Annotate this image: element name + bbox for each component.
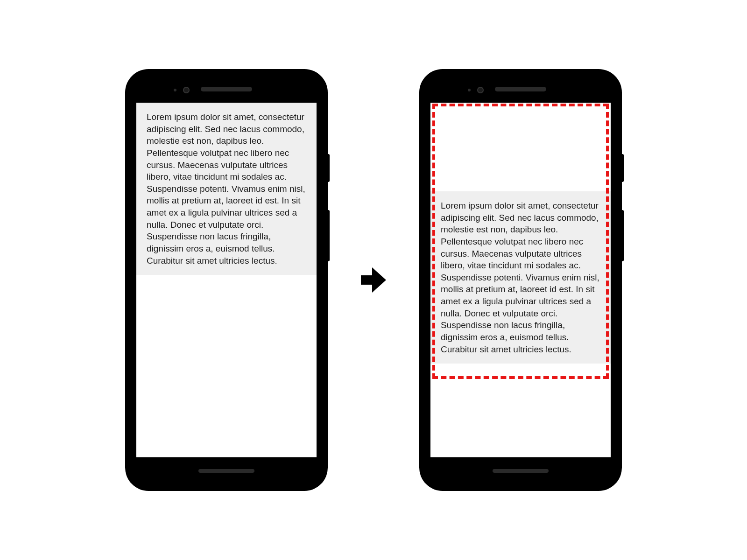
earpiece-speaker-icon: [201, 87, 252, 91]
content-text-block: Lorem ipsum dolor sit amet, consectetur …: [430, 191, 611, 364]
phone-bottom-bezel: [426, 457, 615, 484]
arrow-right-icon: [361, 267, 386, 293]
front-camera-icon: [183, 87, 190, 93]
transition-arrow: [355, 267, 392, 293]
phone-screen-before: Lorem ipsum dolor sit amet, consectetur …: [136, 103, 317, 457]
content-text-block: Lorem ipsum dolor sit amet, consectetur …: [136, 103, 317, 275]
front-camera-icon: [477, 87, 484, 93]
diagram-stage: Lorem ipsum dolor sit amet, consectetur …: [0, 19, 747, 541]
phone-side-button: [621, 154, 624, 182]
bottom-speaker-icon: [198, 469, 254, 473]
phone-body: Lorem ipsum dolor sit amet, consectetur …: [132, 76, 321, 484]
bottom-speaker-icon: [493, 469, 549, 473]
inset-offset-region: [430, 103, 611, 191]
proximity-sensor-icon: [468, 89, 471, 91]
phone-top-bezel: [426, 76, 615, 103]
phone-screen-after: Lorem ipsum dolor sit amet, consectetur …: [430, 103, 611, 457]
phone-body: Lorem ipsum dolor sit amet, consectetur …: [426, 76, 615, 484]
phone-top-bezel: [132, 76, 321, 103]
phone-mockup-before: Lorem ipsum dolor sit amet, consectetur …: [126, 70, 327, 490]
phone-side-button: [327, 210, 330, 261]
earpiece-speaker-icon: [495, 87, 546, 91]
phone-side-button: [621, 210, 624, 261]
phone-side-button: [327, 154, 330, 182]
proximity-sensor-icon: [174, 89, 176, 91]
phone-mockup-after: Lorem ipsum dolor sit amet, consectetur …: [420, 70, 621, 490]
phone-bottom-bezel: [132, 457, 321, 484]
